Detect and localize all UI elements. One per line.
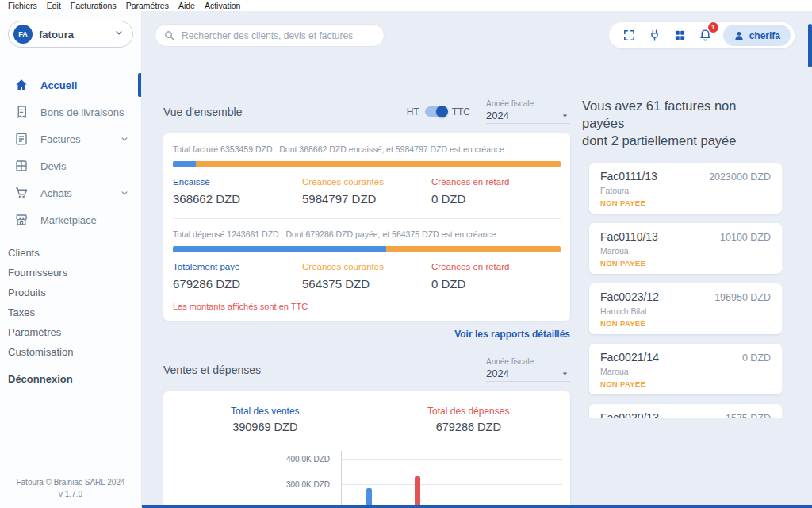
version-text: v 1.7.0 [0, 488, 141, 500]
plugin-button[interactable] [645, 25, 665, 46]
invoice-status-badge: NON PAYEE [600, 379, 771, 388]
total-expenses-block: Total des dépenses 679286 DZD [367, 406, 571, 433]
detailed-reports-link[interactable]: Voir les rapports détaillés [454, 329, 570, 340]
sidebar-link[interactable]: Taxes [0, 302, 141, 322]
home-icon [14, 78, 29, 92]
sidebar-item-label: Factures [40, 133, 81, 145]
notification-badge: 1 [708, 22, 718, 33]
apps-button[interactable] [670, 25, 691, 46]
invoice-card[interactable]: Fac0023/12 196950 DZD Hamich Bilal NON P… [589, 283, 782, 334]
sidebar-item-label: Marketplace [40, 214, 97, 226]
sidebar-item-label: Achats [40, 187, 72, 199]
sidebar: FA fatoura Accueil Bons de livraisons [0, 11, 142, 508]
chevron-down-icon [113, 27, 124, 41]
copyright-text: Fatoura © Brainiac SARL 2024 [0, 476, 141, 488]
sidebar-link[interactable]: Clients [0, 243, 141, 263]
sidebar-footer: Fatoura © Brainiac SARL 2024 v 1.7.0 [0, 476, 141, 508]
sidebar-links: ClientsFournisseursProduitsTaxesParamétr… [0, 243, 141, 362]
invoice-status-badge: NON PAYEE [600, 259, 771, 267]
sidebar-item-devis[interactable]: Devis [0, 152, 141, 179]
notifications-button[interactable]: 1 [695, 25, 716, 46]
store-icon [14, 213, 29, 227]
sidebar-item-marketplace[interactable]: Marketplace [0, 206, 141, 233]
invoice-client: Maroua [600, 246, 771, 256]
ht-ttc-switch[interactable] [425, 106, 446, 117]
fiscal-year-value: 2024 [486, 110, 509, 121]
ytick-300k: 300.0K DZD [163, 480, 330, 489]
sidebar-item-label: Accueil [40, 79, 77, 91]
chart-plot [342, 444, 562, 508]
vertical-scrollbar [808, 11, 812, 508]
stat-encaisse: Encaissé 368662 DZD [173, 177, 302, 206]
fullscreen-button[interactable] [619, 25, 640, 46]
fiscal-year-label: Année fiscale [486, 99, 570, 108]
search-icon [163, 29, 175, 41]
user-name: cherifa [749, 30, 780, 41]
invoice-client: Fatoura [600, 186, 771, 195]
app-menubar: FichiersEditFacturationsParamétresAideAc… [0, 0, 812, 11]
chart-bar-depenses [415, 476, 420, 508]
switch-thumb [436, 106, 448, 117]
menubar-item[interactable]: Paramétres [121, 1, 174, 10]
stat-totalement-paye: Totalement payé 679286 DZD [173, 262, 302, 291]
invoice-card[interactable]: Fac0020/13 1575 DZD [589, 404, 782, 418]
stat-value: 0 DZD [431, 277, 561, 291]
invoice-card[interactable]: Fac0110/13 10100 DZD Maroua NON PAYEE [589, 223, 782, 274]
search-input[interactable] [182, 30, 376, 41]
sidebar-item-achats[interactable]: Achats [0, 179, 141, 206]
sidebar-link[interactable]: Produits [0, 283, 141, 302]
invoice-card[interactable]: Fac0021/14 0 DZD Maroua NON PAYEE [589, 344, 782, 394]
ht-label: HT [407, 106, 419, 117]
company-selector[interactable]: FA fatoura [8, 21, 133, 48]
search-box[interactable] [155, 24, 385, 47]
invoice-amount: 2023000 DZD [709, 171, 771, 183]
sidebar-item-accueil[interactable]: Accueil [0, 71, 141, 98]
stat-value: 0 DZD [431, 192, 561, 206]
stat-label: Totalement payé [173, 262, 302, 271]
plug-icon [648, 29, 661, 42]
menubar-item[interactable]: Facturations [66, 1, 121, 10]
sidebar-link[interactable]: Customisation [0, 342, 141, 362]
menubar-item[interactable]: Aide [174, 1, 200, 10]
sidebar-link[interactable]: Paramétres [0, 322, 141, 342]
stat-creances-retard-2: Créances en retard 0 DZD [431, 262, 561, 291]
chevron-down-icon[interactable] [119, 133, 130, 144]
invoice-number: Fac0021/14 [600, 351, 659, 364]
ytick-400k: 400.0K DZD [163, 455, 330, 464]
vertical-scrollbar-thumb[interactable] [808, 24, 812, 67]
chevron-down-icon[interactable] [119, 187, 130, 198]
fiscal-year-select[interactable]: Année fiscale 2024 [486, 99, 570, 124]
stat-label: Créances courantes [302, 262, 431, 271]
sidebar-link[interactable]: Fournisseurs [0, 263, 141, 283]
invoice-number: Fac0023/12 [600, 291, 659, 303]
invoice-card[interactable]: Fac0111/13 2023000 DZD Fatoura NON PAYEE [589, 163, 782, 214]
logout-button[interactable]: Déconnexion [0, 362, 141, 396]
horizontal-scrollbar-thumb[interactable] [142, 505, 812, 508]
total-expenses-label: Total des dépenses [367, 406, 571, 417]
menubar-item[interactable]: Activation [200, 1, 246, 10]
company-avatar: FA [13, 25, 33, 44]
unpaid-heading-line1: Vous avez 61 factures non payées [582, 98, 782, 133]
topbar-actions: 1 cherifa [609, 22, 795, 48]
unpaid-heading-line2: dont 2 partiellement payée [582, 133, 782, 150]
dropdown-caret-icon [560, 110, 570, 121]
menubar-item[interactable]: Edit [42, 1, 66, 10]
stat-creances-courantes: Créances courantes 5984797 DZD [302, 177, 431, 206]
stat-label: Créances en retard [431, 262, 561, 271]
total-expenses-value: 679286 DZD [367, 421, 571, 433]
ht-ttc-toggle-group: HT TTC [407, 106, 470, 117]
menubar-item[interactable]: Fichiers [3, 1, 42, 10]
user-menu-button[interactable]: cherifa [723, 25, 791, 46]
invoiced-collected-segment [173, 161, 196, 167]
invoiced-summary: Total facturé 6353459 DZD . Dont 368662 … [173, 144, 561, 154]
fiscal-year-value: 2024 [486, 368, 509, 379]
sidebar-item-factures[interactable]: Factures [0, 125, 141, 152]
delivery-note-icon [14, 105, 29, 119]
stat-label: Créances en retard [431, 177, 561, 187]
fiscal-year-select-sales[interactable]: Année fiscale 2024 [486, 357, 570, 382]
sidebar-item-label: Devis [40, 160, 67, 172]
invoice-number: Fac0111/13 [600, 170, 657, 183]
sidebar-item-bons-de-livraisons[interactable]: Bons de livraisons [0, 98, 141, 125]
sales-title: Ventes et dépenses [163, 364, 261, 376]
fiscal-year-label: Année fiscale [486, 357, 570, 366]
